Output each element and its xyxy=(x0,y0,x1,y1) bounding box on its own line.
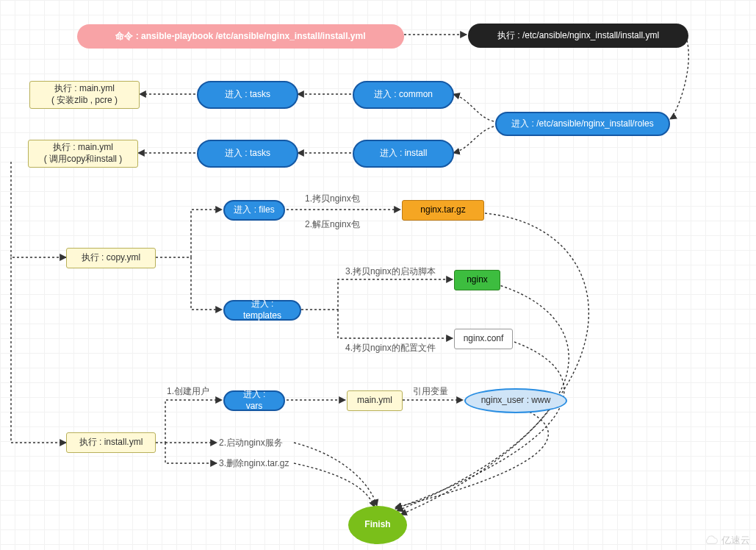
nginx-script: nginx xyxy=(454,270,500,290)
enter-vars: 进入 : vars xyxy=(223,390,285,411)
nginx-tar: nginx.tar.gz xyxy=(402,200,484,221)
enter-roles: 进入 : /etc/ansible/nginx_install/roles xyxy=(495,112,670,136)
label-unzip-nginx: 2.解压nginx包 xyxy=(305,218,360,231)
label-remove-tar: 3.删除nginx.tar.gz xyxy=(219,457,289,470)
label-ref-var: 引用变量 xyxy=(413,385,448,398)
main-yml-install: 执行 : main.yml ( 调用copy和install ) xyxy=(28,140,138,168)
command-node: 命令 : ansible-playbook /etc/ansible/nginx… xyxy=(77,24,404,49)
vars-main-yml: main.yml xyxy=(347,390,403,411)
finish-node: Finish xyxy=(348,506,407,544)
label-create-user: 1.创建用户 xyxy=(167,385,209,398)
enter-install: 进入 : install xyxy=(353,140,454,168)
label-copy-start: 3.拷贝nginx的启动脚本 xyxy=(345,265,436,278)
nginx-conf: nginx.conf xyxy=(454,329,513,349)
label-copy-nginx: 1.拷贝nginx包 xyxy=(305,193,360,205)
cloud-icon xyxy=(702,535,719,546)
main-yml-common: 执行 : main.yml ( 安装zlib , pcre ) xyxy=(29,81,140,109)
label-copy-conf: 4.拷贝nginx的配置文件 xyxy=(345,342,436,354)
enter-templates: 进入 : templates xyxy=(223,300,301,321)
enter-files: 进入 : files xyxy=(223,200,285,221)
watermark: 亿速云 xyxy=(702,534,750,547)
label-start-nginx: 2.启动nginx服务 xyxy=(219,437,283,449)
run-install-yml: 执行 : /etc/ansible/nginx_install/install.… xyxy=(468,24,688,48)
enter-common: 进入 : common xyxy=(353,81,454,109)
run-copy-yml: 执行 : copy.yml xyxy=(66,248,156,268)
enter-tasks-common: 进入 : tasks xyxy=(197,81,298,109)
nginx-user-var: nginx_user : www xyxy=(464,388,567,413)
run-install-yml2: 执行 : install.yml xyxy=(66,432,156,453)
watermark-text: 亿速云 xyxy=(721,534,750,547)
enter-tasks-install: 进入 : tasks xyxy=(197,140,298,168)
